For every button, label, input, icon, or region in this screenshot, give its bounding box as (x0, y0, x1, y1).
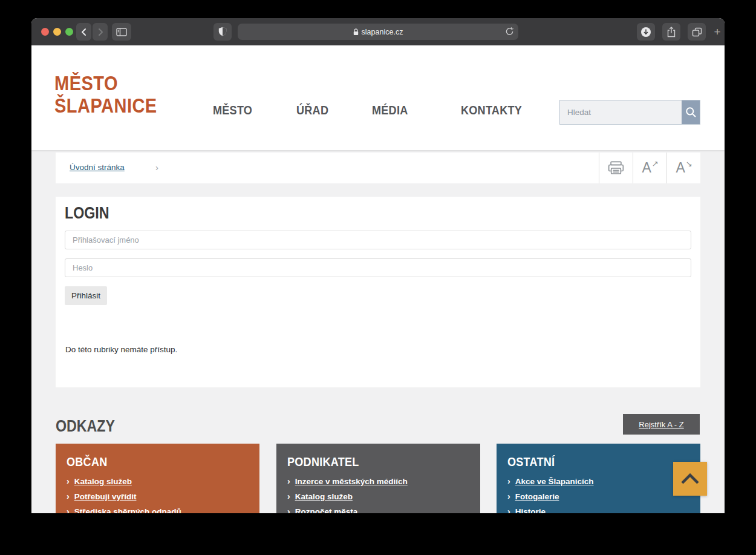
link-katalog-sluzeb[interactable]: Katalog služeb (74, 477, 132, 486)
link-inzerce[interactable]: Inzerce v městských médiích (295, 477, 408, 486)
access-denied-message: Do této rubriky nemáte přístup. (65, 345, 177, 354)
reload-button[interactable] (505, 27, 514, 39)
sidebar-button[interactable] (112, 23, 131, 41)
logo-line-1: MĚSTO (54, 72, 157, 94)
new-tab-button[interactable]: + (710, 23, 725, 41)
search-button[interactable] (682, 100, 700, 124)
nav-item-media[interactable]: MÉDIA (372, 103, 408, 117)
printer-icon (608, 161, 624, 175)
share-icon (666, 27, 676, 38)
nav-item-urad[interactable]: ÚŘAD (296, 103, 328, 117)
download-icon (640, 27, 651, 38)
breadcrumb-bar: Úvodní stránka › A↗ A↘ (56, 153, 700, 183)
link-katalog-sluzeb-2[interactable]: Katalog služeb (295, 492, 353, 501)
chevron-right-icon: › (67, 491, 70, 501)
search-icon (685, 107, 697, 118)
breadcrumb-separator: › (155, 162, 158, 172)
chevron-right-icon: › (287, 491, 290, 501)
chevron-right-icon: › (287, 476, 290, 486)
list-item: › Potřebuji vyřídit (67, 491, 250, 501)
screenshot-root: slapanice.cz + MĚSTO ŠLAPANICE (0, 0, 756, 555)
login-submit-button[interactable]: Přihlásit (65, 286, 107, 305)
font-decrease-letter: A (676, 160, 685, 176)
forward-button[interactable] (93, 23, 108, 41)
list-item: › Akce ve Šlapanicích (507, 476, 691, 486)
site-logo[interactable]: MĚSTO ŠLAPANICE (54, 72, 171, 117)
scroll-to-top-button[interactable] (673, 462, 707, 496)
web-page: MĚSTO ŠLAPANICE MĚSTO ÚŘAD MÉDIA KONTAKT… (31, 45, 725, 513)
links-column-other: OSTATNÍ › Akce ve Šlapanicích › Fotogale… (497, 444, 700, 513)
column-title: OBČAN (67, 455, 108, 469)
chevron-up-icon (680, 473, 700, 484)
privacy-shield-button[interactable] (213, 23, 232, 41)
register-az-button[interactable]: Rejstřík A - Z (623, 414, 700, 435)
chevron-right-icon: › (507, 491, 510, 501)
print-button[interactable] (599, 153, 633, 183)
browser-window: slapanice.cz + MĚSTO ŠLAPANICE (31, 18, 725, 513)
column-title: PODNIKATEL (287, 455, 359, 469)
chevron-right-icon: › (67, 476, 70, 486)
url-text: slapanice.cz (362, 28, 403, 36)
list-item: › Rozpočet města (287, 507, 471, 513)
list-item: › Střediska sběrných odpadů (67, 507, 250, 513)
shield-icon (218, 27, 227, 37)
links-section-title: ODKAZY (56, 417, 115, 436)
chevron-right-icon: › (507, 507, 510, 513)
search-box (559, 100, 700, 125)
password-field[interactable] (65, 258, 691, 277)
font-increase-button[interactable]: A↗ (633, 153, 666, 183)
reload-icon (505, 27, 514, 36)
minimize-window-button[interactable] (53, 28, 61, 36)
nav-item-kontakty[interactable]: KONTAKTY (461, 103, 522, 117)
search-input[interactable] (560, 100, 682, 124)
zoom-window-button[interactable] (65, 28, 73, 36)
list-item: › Inzerce v městských médiích (287, 476, 471, 486)
page-tool-buttons: A↗ A↘ (599, 153, 700, 183)
share-button[interactable] (662, 23, 680, 41)
list-item: › Historie (507, 507, 691, 513)
list-item: › Katalog služeb (67, 476, 250, 486)
sidebar-icon (116, 28, 127, 36)
browser-toolbar: slapanice.cz + (31, 18, 725, 45)
link-potrebuji-vyridit[interactable]: Potřebuji vyřídit (74, 492, 137, 501)
link-rozpocet-mesta[interactable]: Rozpočet města (295, 507, 358, 513)
logo-line-2: ŠLAPANICE (54, 94, 157, 117)
link-akce[interactable]: Akce ve Šlapanicích (515, 477, 594, 486)
lock-icon (353, 28, 359, 36)
chevron-right-icon: › (67, 507, 70, 513)
tab-overview-button[interactable] (688, 23, 706, 41)
back-button[interactable] (76, 23, 91, 41)
login-panel: LOGIN Přihlásit Do této rubriky nemáte p… (56, 197, 700, 387)
links-column-business: PODNIKATEL › Inzerce v městských médiích… (276, 444, 480, 513)
font-decrease-button[interactable]: A↘ (666, 153, 700, 183)
site-header: MĚSTO ŠLAPANICE MĚSTO ÚŘAD MÉDIA KONTAKT… (31, 45, 725, 150)
close-window-button[interactable] (41, 28, 49, 36)
link-strediska-odpadu[interactable]: Střediska sběrných odpadů (74, 507, 181, 513)
chevron-right-icon: › (287, 507, 290, 513)
font-increase-letter: A (642, 160, 651, 176)
column-title: OSTATNÍ (507, 455, 555, 469)
username-field[interactable] (65, 231, 691, 249)
chevron-right-icon (97, 28, 104, 36)
links-column-citizen: OBČAN › Katalog služeb › Potřebuji vyříd… (56, 444, 259, 513)
register-az-label: Rejstřík A - Z (639, 420, 683, 429)
address-bar[interactable]: slapanice.cz (238, 24, 518, 40)
arrow-up-right-icon: ↗ (652, 159, 659, 168)
chevron-left-icon (80, 28, 88, 36)
tabs-icon (692, 27, 702, 37)
downloads-button[interactable] (637, 23, 655, 41)
link-fotogalerie[interactable]: Fotogalerie (515, 492, 559, 501)
nav-item-mesto[interactable]: MĚSTO (213, 103, 252, 117)
breadcrumb-home-link[interactable]: Úvodní stránka (70, 163, 125, 172)
arrow-down-right-icon: ↘ (686, 159, 692, 168)
list-item: › Fotogalerie (507, 491, 691, 501)
list-item: › Katalog služeb (287, 491, 471, 501)
chevron-right-icon: › (507, 476, 510, 486)
link-historie[interactable]: Historie (515, 507, 546, 513)
login-title: LOGIN (65, 204, 109, 223)
